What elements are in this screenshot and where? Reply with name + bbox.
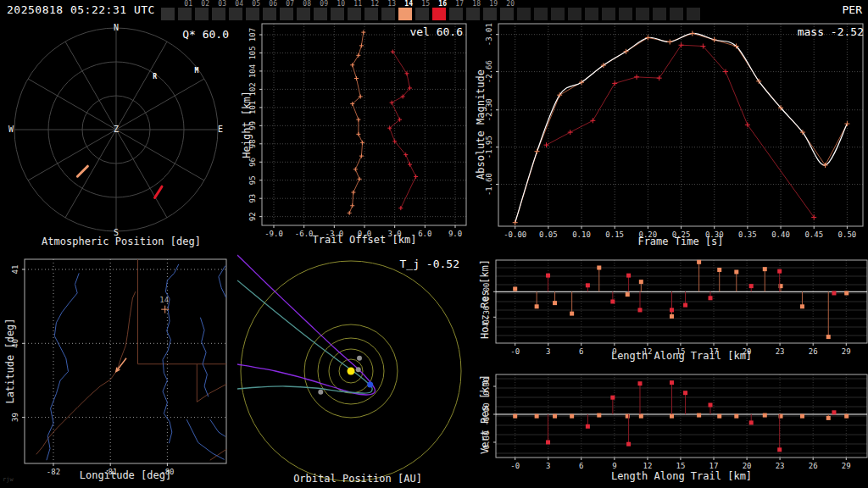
svg-text:M: M [194,67,198,75]
trail-offset-xlabel: Trail Offset [km] [313,234,417,246]
station-box-blank [619,8,632,20]
svg-text:104: 104 [248,64,257,78]
station-box-blank [534,8,548,20]
svg-text:107: 107 [248,28,257,42]
station-box-20: 20 [500,0,515,20]
station-box-blank [687,8,700,20]
station-box-blank [585,8,598,20]
svg-text:-0: -0 [510,347,520,356]
light-curve-canvas: -0.000.050.100.150.200.250.300.350.400.4… [475,20,868,251]
tisserand-annotation: T_j -0.52 [400,258,459,270]
station-box-fill [348,8,361,20]
station-box-02: 02 [195,0,209,20]
station-box-01: 01 [178,0,192,20]
station-box-blank [568,8,581,20]
planet-venus [357,356,362,361]
station-box-16: 16 [432,0,447,20]
svg-text:-0: -0 [510,462,520,470]
svg-text:-9.0: -9.0 [264,230,283,238]
svg-text:26: 26 [809,347,818,356]
panel-ground-track: -82-81-8041403914 Longitude [deg] Latitu… [0,251,237,488]
svg-text:20: 20 [743,462,752,470]
station-box-fill [364,8,378,20]
station-box-blank [602,8,615,20]
svg-text:0.40: 0.40 [771,230,790,239]
panel-atmospheric-position: NSWEZRM Q* 60.0 Atmospheric Position [de… [0,20,237,251]
station-box-fill [466,8,480,20]
top-status-bar: 20250818 05:22:31 UTC 010203040506070809… [0,0,868,20]
station-box-fill [415,8,429,20]
series-station-16 [544,42,817,219]
station-box-18: 18 [466,0,481,20]
svg-text:3: 3 [546,347,550,356]
station-box-fill [178,8,192,20]
station-box-08: 08 [297,0,311,20]
station-box-fill [331,8,344,20]
vert-res-ylabel: Vert Res [km] [479,374,491,454]
trail-offset-canvas: -9.0-6.0-3.00.03.06.09.09293959698991011… [237,20,475,251]
frame-time-xlabel: Frame Time [s] [637,236,723,247]
svg-text:23: 23 [776,347,785,356]
station-box-11: 11 [348,0,362,20]
utc-timestamp: 20250818 05:22:31 UTC [7,3,155,16]
station-box-09: 09 [314,0,328,20]
svg-text:15: 15 [676,462,686,470]
station-box-fill [381,8,395,20]
velocity-annotation: vel 60.6 [409,25,463,38]
station-box [161,0,175,20]
track-station-14 [77,166,87,176]
svg-text:0.15: 0.15 [605,230,624,239]
svg-text:95: 95 [248,175,257,185]
latitude-ylabel: Latitude [deg] [4,318,16,403]
panel-vert-residuals: -0369121517202326290.30-0.00-0.30 Length… [478,369,868,488]
horz-res-ylabel: Horz Res [km] [479,259,491,339]
station-box-15: 15 [415,0,430,20]
station-box-fill [229,8,242,20]
svg-text:96: 96 [248,158,257,167]
svg-text:0.50: 0.50 [838,230,857,239]
axes: -0369121517202326290.00-0.36 [482,260,867,356]
magnitude-ylabel: Absolute Magnitude [475,69,487,180]
station-box-06: 06 [263,0,277,20]
station-box-fill [483,8,497,20]
svg-text:R: R [153,73,157,80]
station-box [551,0,565,20]
svg-text:6: 6 [579,347,583,356]
station-box [636,0,650,20]
svg-text:92: 92 [248,212,257,221]
horz-res-xlabel: Length Along Trail [km] [611,350,752,362]
svg-text:W: W [8,125,14,134]
svg-text:105: 105 [248,46,257,59]
svg-text:6.0: 6.0 [418,230,431,238]
axes: -9.0-6.0-3.00.03.06.09.09293959698991011… [248,24,466,238]
svg-text:E: E [218,125,223,134]
svg-text:29: 29 [842,462,851,470]
station-box-fill [398,8,412,20]
svg-text:26: 26 [809,462,818,470]
station-box [517,0,531,20]
svg-text:N: N [114,23,119,32]
svg-text:6: 6 [579,462,583,470]
trajectory-arrow [116,358,126,372]
radiant-markers: RM [153,67,198,80]
svg-text:0.10: 0.10 [572,230,591,239]
station-box [585,0,599,20]
series-station-14 [348,30,366,215]
panel-orbital-position: T_j -0.52 Orbital Position [AU] [237,251,478,488]
shower-code: PER [843,3,862,16]
svg-text:-0.00: -0.00 [504,230,526,239]
svg-text:0.05: 0.05 [539,230,558,239]
svg-text:14: 14 [159,296,169,304]
station-box-13: 13 [381,0,396,20]
orbital-position-title: Orbital Position [AU] [293,473,422,485]
station-box-17: 17 [449,0,464,20]
station-box-fill [297,8,310,20]
svg-text:Z: Z [114,125,119,134]
svg-text:93: 93 [248,194,257,203]
svg-text:0.45: 0.45 [804,230,823,239]
station-box [670,0,684,20]
series-station-16 [387,50,418,211]
ground-track-canvas: -82-81-8041403914 [0,251,237,488]
svg-text:17: 17 [709,462,719,470]
panel-horz-residuals: -0369121517202326290.00-0.36 Length Alon… [478,251,868,369]
